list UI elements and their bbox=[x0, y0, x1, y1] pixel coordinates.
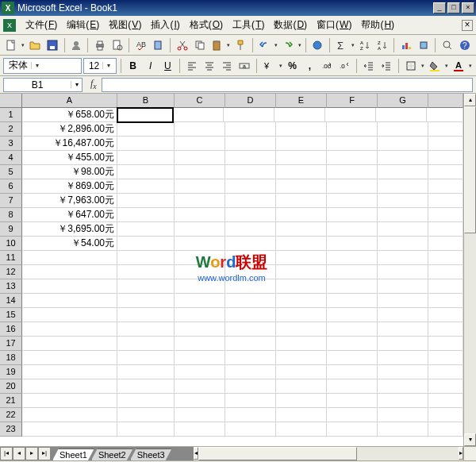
cell-B10[interactable] bbox=[117, 237, 175, 251]
cell-G4[interactable] bbox=[378, 151, 428, 165]
cell-G1[interactable] bbox=[376, 108, 427, 122]
cell-D16[interactable] bbox=[225, 322, 276, 337]
cell-C15[interactable] bbox=[175, 308, 225, 322]
cell-F11[interactable] bbox=[327, 251, 378, 265]
italic-button[interactable]: I bbox=[143, 57, 159, 75]
col-header-B[interactable]: B bbox=[117, 94, 175, 108]
zoom-button[interactable] bbox=[439, 37, 455, 54]
cell-G6[interactable] bbox=[378, 179, 428, 194]
cell-D8[interactable] bbox=[225, 208, 276, 222]
col-header-F[interactable]: F bbox=[327, 94, 378, 108]
row-header-11[interactable]: 11 bbox=[0, 251, 22, 265]
cell-A18[interactable] bbox=[22, 351, 117, 365]
cell-E22[interactable] bbox=[276, 408, 327, 422]
cell-A9[interactable]: ￥3,695.00元 bbox=[22, 222, 117, 237]
cell-B12[interactable] bbox=[117, 265, 175, 279]
cell-F12[interactable] bbox=[327, 265, 378, 279]
cell-A1[interactable]: ￥658.00元 bbox=[22, 108, 117, 122]
cell-F3[interactable] bbox=[327, 137, 378, 151]
cell-G3[interactable] bbox=[378, 137, 428, 151]
cell-D9[interactable] bbox=[225, 222, 276, 237]
menu-t[interactable]: 工具(T) bbox=[228, 17, 269, 32]
row-header-20[interactable]: 20 bbox=[0, 379, 22, 394]
cell-A12[interactable] bbox=[22, 265, 117, 279]
bold-button[interactable]: B bbox=[125, 57, 141, 75]
cell-E19[interactable] bbox=[276, 365, 327, 379]
cell-A17[interactable] bbox=[22, 337, 117, 351]
cell-C21[interactable] bbox=[175, 394, 225, 408]
font-color-button[interactable]: A bbox=[451, 57, 466, 75]
cell-F8[interactable] bbox=[327, 208, 378, 222]
increase-indent-button[interactable] bbox=[378, 57, 394, 75]
cell-A19[interactable] bbox=[22, 365, 117, 379]
cell-G15[interactable] bbox=[378, 308, 428, 322]
row-header-5[interactable]: 5 bbox=[0, 165, 22, 179]
cell-D23[interactable] bbox=[225, 422, 276, 437]
cell-F10[interactable] bbox=[327, 237, 378, 251]
cell-E14[interactable] bbox=[276, 294, 327, 308]
cell-G10[interactable] bbox=[378, 237, 428, 251]
cell-E2[interactable] bbox=[276, 122, 327, 137]
increase-decimal-button[interactable]: .00 bbox=[319, 57, 335, 75]
font-size-combo[interactable]: 12▾ bbox=[83, 58, 117, 74]
cell-A7[interactable]: ￥7,963.00元 bbox=[22, 194, 117, 208]
row-header-12[interactable]: 12 bbox=[0, 265, 22, 279]
fill-color-dropdown[interactable]: ▾ bbox=[444, 63, 449, 69]
cell-E15[interactable] bbox=[276, 308, 327, 322]
cell-A6[interactable]: ￥869.00元 bbox=[22, 179, 117, 194]
cell-B7[interactable] bbox=[117, 194, 175, 208]
currency-dropdown[interactable]: ▾ bbox=[278, 63, 282, 69]
cell-F20[interactable] bbox=[327, 379, 378, 394]
cell-F23[interactable] bbox=[327, 422, 378, 437]
cell-D3[interactable] bbox=[225, 137, 276, 151]
row-header-18[interactable]: 18 bbox=[0, 351, 22, 365]
sort-asc-button[interactable]: AZ bbox=[356, 37, 373, 54]
cell-D21[interactable] bbox=[225, 394, 276, 408]
cell-C13[interactable] bbox=[175, 279, 225, 294]
autosum-button[interactable]: Σ bbox=[333, 37, 350, 54]
menu-v[interactable]: 视图(V) bbox=[104, 17, 146, 32]
help-button[interactable]: ? bbox=[456, 37, 473, 54]
cell-C10[interactable] bbox=[175, 237, 225, 251]
cell-E21[interactable] bbox=[276, 394, 327, 408]
cell-F4[interactable] bbox=[327, 151, 378, 165]
row-header-9[interactable]: 9 bbox=[0, 222, 22, 237]
chart-button[interactable] bbox=[397, 37, 414, 54]
cell-B18[interactable] bbox=[117, 351, 175, 365]
name-box[interactable]: B1▾ bbox=[3, 78, 83, 92]
cell-D10[interactable] bbox=[225, 237, 276, 251]
cell-F6[interactable] bbox=[327, 179, 378, 194]
cell-E6[interactable] bbox=[276, 179, 327, 194]
cell-E13[interactable] bbox=[276, 279, 327, 294]
cell-E23[interactable] bbox=[276, 422, 327, 437]
cell-C2[interactable] bbox=[175, 122, 225, 137]
maximize-button[interactable]: □ bbox=[447, 2, 460, 13]
cell-G13[interactable] bbox=[378, 279, 428, 294]
cell-F18[interactable] bbox=[327, 351, 378, 365]
cell-E10[interactable] bbox=[276, 237, 327, 251]
row-header-23[interactable]: 23 bbox=[0, 422, 22, 437]
cell-A4[interactable]: ￥455.00元 bbox=[22, 151, 117, 165]
cell-A2[interactable]: ￥2,896.00元 bbox=[22, 122, 117, 137]
cell-D7[interactable] bbox=[225, 194, 276, 208]
col-header-E[interactable]: E bbox=[276, 94, 327, 108]
row-header-22[interactable]: 22 bbox=[0, 408, 22, 422]
cell-F7[interactable] bbox=[327, 194, 378, 208]
merge-center-button[interactable]: a bbox=[236, 57, 252, 75]
cell-A15[interactable] bbox=[22, 308, 117, 322]
cell-F5[interactable] bbox=[327, 165, 378, 179]
col-header-A[interactable]: A bbox=[22, 94, 117, 108]
cell-A5[interactable]: ￥98.00元 bbox=[22, 165, 117, 179]
decrease-indent-button[interactable] bbox=[361, 57, 377, 75]
decrease-decimal-button[interactable]: .0 bbox=[336, 57, 352, 75]
align-left-button[interactable] bbox=[184, 57, 200, 75]
percent-button[interactable]: % bbox=[285, 57, 301, 75]
row-header-17[interactable]: 17 bbox=[0, 337, 22, 351]
cell-E17[interactable] bbox=[276, 337, 327, 351]
cell-D13[interactable] bbox=[225, 279, 276, 294]
borders-button[interactable] bbox=[403, 57, 419, 75]
cell-G18[interactable] bbox=[378, 351, 428, 365]
cut-button[interactable] bbox=[174, 37, 190, 54]
cell-E20[interactable] bbox=[276, 379, 327, 394]
row-header-16[interactable]: 16 bbox=[0, 322, 22, 337]
